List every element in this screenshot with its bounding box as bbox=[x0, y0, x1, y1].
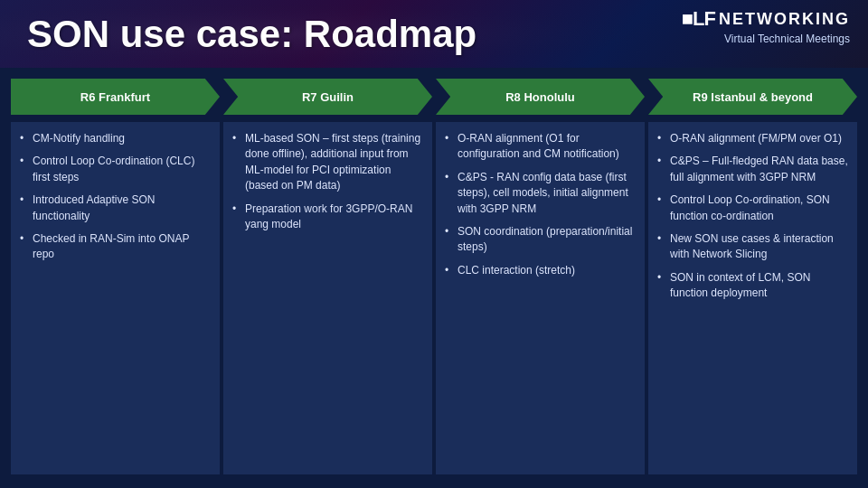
lf-logo-group: ■LF NETWORKING bbox=[682, 7, 850, 31]
list-item: ML-based SON – first steps (training don… bbox=[232, 131, 423, 194]
main-content: R6 Frankfurt R7 Guilin R8 Honolulu R9 Is… bbox=[0, 68, 868, 488]
list-item: C&PS - RAN config data base (first steps… bbox=[445, 170, 636, 217]
col-r7-list: ML-based SON – first steps (training don… bbox=[232, 131, 423, 232]
list-item: Checked in RAN-Sim into ONAP repo bbox=[20, 231, 211, 263]
list-item: New SON use cases & interaction with Net… bbox=[657, 231, 848, 263]
arrow-r6-label: R6 Frankfurt bbox=[80, 90, 150, 104]
list-item: SON in context of LCM, SON function depl… bbox=[657, 270, 848, 302]
list-item: CM-Notify handling bbox=[20, 131, 211, 146]
arrow-r6: R6 Frankfurt bbox=[11, 79, 220, 115]
arrow-r9: R9 Istanbul & beyond bbox=[648, 79, 857, 115]
arrow-r8-label: R8 Honolulu bbox=[505, 90, 575, 104]
networking-text: NETWORKING bbox=[719, 10, 850, 29]
list-item: Introduced Adaptive SON functionality bbox=[20, 192, 211, 224]
col-r8-list: O-RAN alignment (O1 for configuration an… bbox=[445, 131, 636, 278]
col-r8: O-RAN alignment (O1 for configuration an… bbox=[436, 122, 645, 474]
list-item: Control Loop Co-ordination, SON function… bbox=[657, 192, 848, 224]
col-r6: CM-Notify handling Control Loop Co-ordin… bbox=[11, 122, 220, 474]
list-item: O-RAN alignment (FM/PM over O1) bbox=[657, 131, 848, 146]
page-title: SON use case: Roadmap bbox=[0, 13, 476, 56]
lf-text: ■LF bbox=[682, 7, 715, 31]
page-header: SON use case: Roadmap ■LF NETWORKING Vir… bbox=[0, 0, 868, 68]
col-r9-list: O-RAN alignment (FM/PM over O1) C&PS – F… bbox=[657, 131, 848, 302]
list-item: SON coordination (preparation/initial st… bbox=[445, 224, 636, 256]
col-r9: O-RAN alignment (FM/PM over O1) C&PS – F… bbox=[648, 122, 857, 474]
list-item: CLC interaction (stretch) bbox=[445, 263, 636, 278]
arrow-r8: R8 Honolulu bbox=[436, 79, 645, 115]
arrow-r7-label: R7 Guilin bbox=[302, 90, 354, 104]
content-row: CM-Notify handling Control Loop Co-ordin… bbox=[11, 122, 857, 474]
header-logo: ■LF NETWORKING Virtual Technical Meeting… bbox=[682, 7, 850, 45]
arrow-row: R6 Frankfurt R7 Guilin R8 Honolulu R9 Is… bbox=[11, 79, 857, 115]
arrow-r7: R7 Guilin bbox=[223, 79, 432, 115]
vtm-label: Virtual Technical Meetings bbox=[724, 33, 850, 45]
list-item: O-RAN alignment (O1 for configuration an… bbox=[445, 131, 636, 163]
list-item: Control Loop Co-ordination (CLC) first s… bbox=[20, 154, 211, 185]
list-item: C&PS – Full-fledged RAN data base, full … bbox=[657, 154, 848, 185]
col-r7: ML-based SON – first steps (training don… bbox=[223, 122, 432, 474]
list-item: Preparation work for 3GPP/O-RAN yang mod… bbox=[232, 202, 423, 233]
arrow-r9-label: R9 Istanbul & beyond bbox=[693, 90, 813, 104]
col-r6-list: CM-Notify handling Control Loop Co-ordin… bbox=[20, 131, 211, 263]
